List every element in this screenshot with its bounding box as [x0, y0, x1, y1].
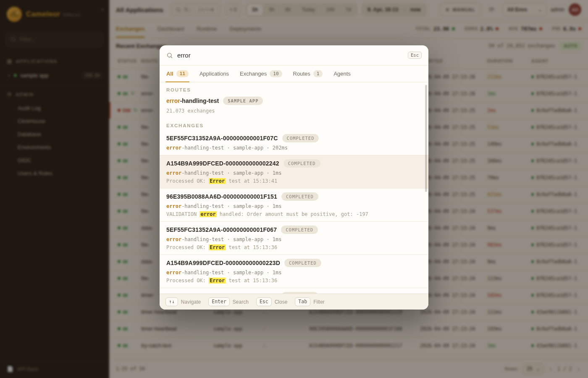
exchange-id: 96E395B0088AA6D-000000000001F135 — [166, 293, 277, 294]
modal-results: ROUTES error-handling-test SAMPLE APP 21… — [160, 82, 428, 294]
exchange-meta: error-handling-test · sample-app · 202ms — [166, 145, 422, 151]
modal-search-input[interactable] — [177, 52, 404, 59]
match-text: error — [166, 97, 180, 104]
status-badge: COMPLETED — [284, 159, 320, 168]
exchange-meta: error-handling-test · sample-app · 1ms — [166, 203, 422, 209]
exchange-meta: error-handling-test · sample-app · 1ms — [166, 170, 422, 176]
status-badge: COMPLETED — [282, 134, 319, 142]
esc-kbd[interactable]: Esc — [408, 52, 422, 59]
exchange-description: VALIDATION error handled: Order amount m… — [166, 211, 422, 217]
status-badge: COMPLETED — [281, 192, 318, 201]
exchange-id: 96E395B0088AA6D-000000000001F151 — [166, 193, 277, 200]
modal-tab-exchanges[interactable]: Exchanges10 — [240, 66, 282, 82]
hint-search: Enter Search — [208, 297, 249, 306]
exchange-description: Processed OK: Error test at 15:13:41 — [166, 178, 422, 184]
search-result-exchange[interactable]: A154B9A999DFCED-000000000000223D COMPLET… — [160, 255, 428, 288]
kbd-navigate: ↑↓ — [165, 297, 178, 306]
exchange-results-list: 5EF55FC31352A9A-000000000001F07C COMPLET… — [160, 130, 428, 294]
modal-search-row: Esc — [160, 45, 428, 66]
modal-tab-agents[interactable]: Agents — [333, 66, 350, 82]
route-exchange-count: 21.073 exchanges — [166, 108, 422, 114]
modal-scrollbar[interactable] — [425, 85, 427, 192]
status-badge: COMPLETED — [281, 226, 318, 234]
exchange-id: A154B9A999DFCED-000000000000223D — [166, 260, 280, 266]
tab-count-badge: 1 — [313, 70, 323, 77]
exchange-description: Processed OK: Error test at 15:13:36 — [166, 244, 422, 250]
modal-filter-tabs: All11 Applications Exchanges10 Routes1 A… — [160, 66, 428, 82]
status-badge: COMPLETED — [284, 259, 321, 267]
search-modal: Esc All11 Applications Exchanges10 Route… — [160, 45, 428, 310]
app-badge: SAMPLE APP — [223, 97, 263, 105]
exchange-id: 5EF55FC31352A9A-000000000001F067 — [166, 226, 277, 233]
modal-tab-all[interactable]: All11 — [166, 66, 189, 82]
modal-tab-applications[interactable]: Applications — [200, 66, 229, 82]
search-result-exchange[interactable]: 5EF55FC31352A9A-000000000001F067 COMPLET… — [160, 221, 428, 255]
hint-navigate: ↑↓ Navigate — [165, 297, 201, 306]
exchange-description: Processed OK: Error test at 15:13:36 — [166, 278, 422, 284]
kbd-close: Esc — [256, 297, 272, 306]
kbd-search: Enter — [208, 297, 230, 306]
modal-footer-hints: ↑↓ Navigate Enter Search Esc Close Tab F… — [160, 294, 428, 310]
tab-count-badge: 10 — [270, 70, 282, 77]
search-result-exchange[interactable]: 5EF55FC31352A9A-000000000001F07C COMPLET… — [160, 130, 428, 155]
routes-section-label: ROUTES — [160, 82, 428, 94]
modal-tab-routes[interactable]: Routes1 — [293, 66, 323, 82]
exchanges-section-label: EXCHANGES — [160, 118, 428, 130]
status-badge: COMPLETED — [281, 292, 318, 294]
exchange-meta: error-handling-test · sample-app · 1ms — [166, 270, 422, 276]
search-result-exchange[interactable]: 96E395B0088AA6D-000000000001F135 COMPLET… — [160, 288, 428, 294]
route-name: -handling-test — [180, 97, 219, 104]
hint-filter: Tab Filter — [295, 297, 324, 306]
search-icon — [166, 52, 173, 59]
search-result-route[interactable]: error-handling-test SAMPLE APP 21.073 ex… — [160, 94, 428, 118]
tab-count-badge: 11 — [176, 70, 189, 77]
exchange-id: A154B9A999DFCED-0000000000002242 — [166, 160, 279, 167]
search-result-exchange[interactable]: A154B9A999DFCED-0000000000002242 COMPLET… — [160, 155, 428, 188]
hint-close: Esc Close — [256, 297, 287, 306]
exchange-id: 5EF55FC31352A9A-000000000001F07C — [166, 135, 278, 142]
exchange-meta: error-handling-test · sample-app · 1ms — [166, 236, 422, 242]
kbd-filter: Tab — [295, 297, 310, 306]
search-result-exchange[interactable]: 96E395B0088AA6D-000000000001F151 COMPLET… — [160, 188, 428, 221]
